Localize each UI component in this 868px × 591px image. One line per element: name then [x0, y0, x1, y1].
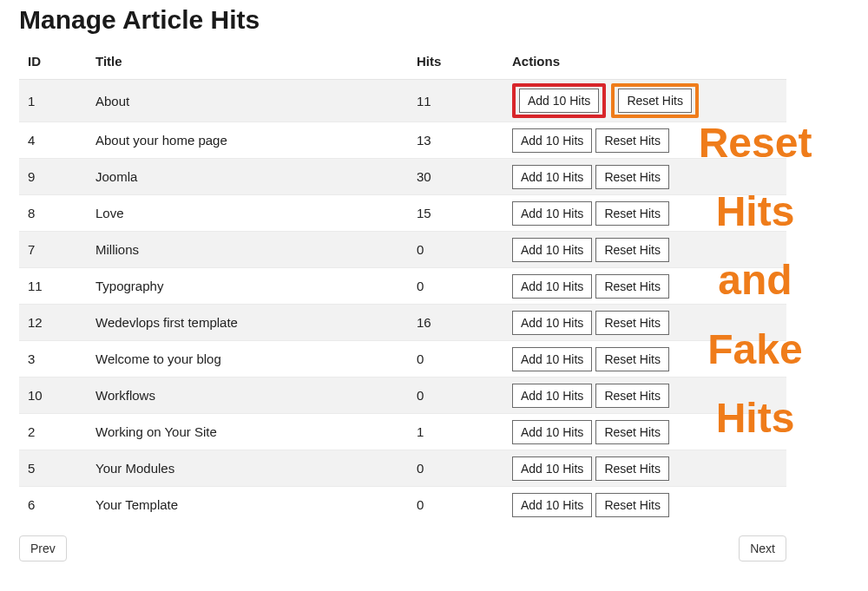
- cell-hits: 30: [408, 159, 503, 195]
- table-row: 8Love15Add 10 HitsReset Hits: [19, 195, 786, 232]
- table-row: 9Joomla30Add 10 HitsReset Hits: [19, 159, 786, 195]
- cell-actions: Add 10 HitsReset Hits: [503, 450, 786, 487]
- reset-hits-button[interactable]: Reset Hits: [595, 201, 669, 226]
- cell-title: Wedevlops first template: [87, 305, 408, 341]
- add-hits-button[interactable]: Add 10 Hits: [512, 347, 592, 371]
- next-button[interactable]: Next: [739, 535, 786, 561]
- cell-title: Workflows: [87, 378, 408, 414]
- add-hits-button[interactable]: Add 10 Hits: [512, 420, 592, 444]
- prev-button[interactable]: Prev: [19, 535, 67, 561]
- cell-title: About: [87, 80, 408, 122]
- cell-title: Your Modules: [87, 450, 408, 487]
- add-hits-button[interactable]: Add 10 Hits: [512, 456, 592, 481]
- table-row: 6Your Template0Add 10 HitsReset Hits: [19, 487, 786, 523]
- cell-actions: Add 10 HitsReset Hits: [503, 159, 786, 195]
- cell-title: Working on Your Site: [87, 414, 408, 450]
- reset-hits-button[interactable]: Reset Hits: [595, 384, 669, 408]
- cell-title: Millions: [87, 232, 408, 268]
- cell-id: 6: [19, 487, 87, 523]
- cell-hits: 0: [408, 450, 503, 487]
- reset-hits-button[interactable]: Reset Hits: [595, 493, 669, 517]
- cell-id: 9: [19, 159, 87, 195]
- cell-actions: Add 10 HitsReset Hits: [503, 341, 786, 378]
- table-row: 7Millions0Add 10 HitsReset Hits: [19, 232, 786, 268]
- cell-actions: Add 10 HitsReset Hits: [503, 487, 786, 523]
- reset-hits-button[interactable]: Reset Hits: [595, 347, 669, 371]
- cell-id: 10: [19, 378, 87, 414]
- pager: Prev Next: [19, 535, 786, 561]
- cell-actions: Add 10 HitsReset Hits: [503, 80, 786, 122]
- cell-actions: Add 10 HitsReset Hits: [503, 268, 786, 305]
- cell-id: 5: [19, 450, 87, 487]
- cell-title: Welcome to your blog: [87, 341, 408, 378]
- reset-hits-button[interactable]: Reset Hits: [595, 165, 669, 189]
- table-row: 5Your Modules0Add 10 HitsReset Hits: [19, 450, 786, 487]
- cell-id: 3: [19, 341, 87, 378]
- add-hits-button[interactable]: Add 10 Hits: [512, 493, 592, 517]
- cell-id: 11: [19, 268, 87, 305]
- add-hits-button[interactable]: Add 10 Hits: [512, 384, 592, 408]
- cell-title: Joomla: [87, 159, 408, 195]
- cell-hits: 0: [408, 378, 503, 414]
- reset-hits-button[interactable]: Reset Hits: [618, 89, 692, 113]
- column-header-title: Title: [87, 47, 408, 80]
- column-header-hits: Hits: [408, 47, 503, 80]
- cell-id: 2: [19, 414, 87, 450]
- table-row: 10Workflows0Add 10 HitsReset Hits: [19, 378, 786, 414]
- reset-hits-button[interactable]: Reset Hits: [595, 456, 669, 481]
- table-row: 1About11Add 10 HitsReset Hits: [19, 80, 786, 122]
- cell-hits: 0: [408, 341, 503, 378]
- column-header-id: ID: [19, 47, 87, 80]
- highlight-group: Add 10 HitsReset Hits: [512, 83, 699, 118]
- cell-hits: 13: [408, 122, 503, 159]
- add-hits-button[interactable]: Add 10 Hits: [512, 274, 592, 299]
- cell-title: Your Template: [87, 487, 408, 523]
- column-header-actions: Actions: [503, 47, 786, 80]
- article-hits-table: ID Title Hits Actions 1About11Add 10 Hit…: [19, 47, 786, 523]
- reset-hits-button[interactable]: Reset Hits: [595, 274, 669, 299]
- cell-hits: 0: [408, 487, 503, 523]
- table-row: 2Working on Your Site1Add 10 HitsReset H…: [19, 414, 786, 450]
- cell-hits: 1: [408, 414, 503, 450]
- reset-hits-button[interactable]: Reset Hits: [595, 128, 669, 153]
- cell-id: 1: [19, 80, 87, 122]
- add-hits-button[interactable]: Add 10 Hits: [512, 128, 592, 153]
- cell-id: 7: [19, 232, 87, 268]
- cell-title: Love: [87, 195, 408, 232]
- cell-actions: Add 10 HitsReset Hits: [503, 414, 786, 450]
- cell-id: 12: [19, 305, 87, 341]
- table-row: 3Welcome to your blog0Add 10 HitsReset H…: [19, 341, 786, 378]
- cell-actions: Add 10 HitsReset Hits: [503, 305, 786, 341]
- cell-actions: Add 10 HitsReset Hits: [503, 378, 786, 414]
- page-title: Manage Article Hits: [19, 5, 852, 35]
- add-hits-button[interactable]: Add 10 Hits: [512, 311, 592, 335]
- table-row: 11Typography0Add 10 HitsReset Hits: [19, 268, 786, 305]
- cell-hits: 0: [408, 268, 503, 305]
- add-hits-button[interactable]: Add 10 Hits: [512, 165, 592, 189]
- table-header-row: ID Title Hits Actions: [19, 47, 786, 80]
- cell-actions: Add 10 HitsReset Hits: [503, 195, 786, 232]
- highlight-box-orange: Reset Hits: [611, 83, 699, 118]
- reset-hits-button[interactable]: Reset Hits: [595, 420, 669, 444]
- add-hits-button[interactable]: Add 10 Hits: [512, 201, 592, 226]
- highlight-box-red: Add 10 Hits: [512, 83, 606, 118]
- cell-hits: 0: [408, 232, 503, 268]
- add-hits-button[interactable]: Add 10 Hits: [519, 89, 599, 113]
- cell-id: 4: [19, 122, 87, 159]
- cell-hits: 15: [408, 195, 503, 232]
- cell-actions: Add 10 HitsReset Hits: [503, 122, 786, 159]
- cell-actions: Add 10 HitsReset Hits: [503, 232, 786, 268]
- reset-hits-button[interactable]: Reset Hits: [595, 311, 669, 335]
- cell-title: About your home page: [87, 122, 408, 159]
- table-row: 4About your home page13Add 10 HitsReset …: [19, 122, 786, 159]
- cell-hits: 11: [408, 80, 503, 122]
- cell-title: Typography: [87, 268, 408, 305]
- table-row: 12Wedevlops first template16Add 10 HitsR…: [19, 305, 786, 341]
- add-hits-button[interactable]: Add 10 Hits: [512, 238, 592, 262]
- cell-id: 8: [19, 195, 87, 232]
- reset-hits-button[interactable]: Reset Hits: [595, 238, 669, 262]
- cell-hits: 16: [408, 305, 503, 341]
